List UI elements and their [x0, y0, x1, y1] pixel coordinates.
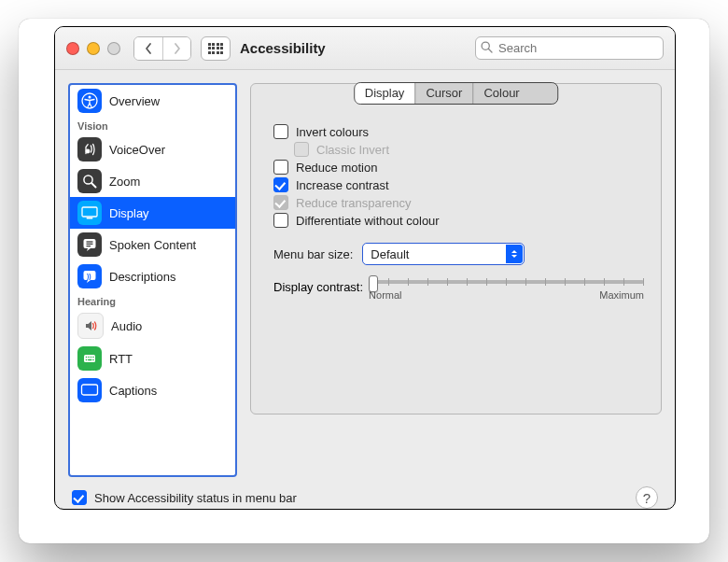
svg-rect-7 [82, 207, 97, 217]
zoom-window-button[interactable] [107, 42, 120, 55]
sidebar-group-hearing: Hearing [70, 292, 235, 309]
classic-invert-checkbox [294, 142, 309, 157]
classic-invert-row: Classic Invert [294, 142, 644, 157]
sidebar-item-audio[interactable]: Audio [70, 309, 235, 343]
increase-contrast-label: Increase contrast [296, 178, 389, 192]
tab-cursor[interactable]: Cursor [414, 83, 472, 104]
svg-point-20 [86, 359, 88, 361]
sidebar-item-spoken-content[interactable]: Spoken Content [70, 229, 235, 260]
display-contrast-slider[interactable]: Normal Maximum [369, 280, 644, 301]
reduce-motion-label: Reduce motion [296, 161, 377, 175]
svg-rect-23 [82, 385, 98, 395]
sidebar-item-label: Overview [109, 94, 160, 108]
svg-line-1 [488, 49, 492, 52]
spoken-content-icon [77, 232, 102, 257]
invert-colours-checkbox[interactable] [273, 124, 288, 139]
svg-point-17 [88, 357, 90, 358]
reduce-transparency-checkbox [273, 195, 288, 210]
forward-button[interactable] [162, 37, 190, 60]
audio-icon [77, 313, 104, 339]
reduce-transparency-row: Reduce transparency [273, 195, 644, 210]
toolbar: Accessibility [55, 27, 675, 70]
svg-point-16 [86, 357, 88, 358]
differentiate-without-colour-label: Differentiate without colour [296, 214, 440, 228]
classic-invert-label: Classic Invert [316, 143, 389, 157]
menu-bar-size-select[interactable]: Default [362, 243, 525, 265]
menu-bar-size-value: Default [371, 247, 409, 261]
search-input[interactable] [475, 36, 664, 60]
window-controls [66, 42, 120, 55]
footer: Show Accessibility status in menu bar ? [55, 477, 675, 509]
voiceover-icon [77, 137, 102, 162]
sidebar-item-zoom[interactable]: Zoom [70, 165, 235, 197]
svg-rect-15 [84, 355, 95, 362]
slider-track [369, 280, 644, 284]
sidebar-item-captions[interactable]: Captions [70, 374, 235, 406]
sidebar-item-label: Descriptions [109, 270, 176, 284]
svg-line-6 [91, 183, 96, 188]
increase-contrast-checkbox[interactable] [273, 177, 288, 192]
svg-point-21 [92, 359, 94, 361]
accessibility-icon [77, 89, 102, 113]
back-button[interactable] [134, 37, 162, 60]
svg-text:)): )) [87, 273, 91, 280]
tab-colour-filters[interactable]: Colour Filters [472, 83, 557, 104]
svg-rect-8 [87, 218, 93, 219]
rtt-icon [77, 346, 102, 371]
show-status-label: Show Accessibility status in menu bar [94, 491, 297, 505]
display-icon [77, 201, 102, 225]
differentiate-without-colour-checkbox[interactable] [273, 213, 288, 228]
sidebar-item-label: Audio [111, 319, 142, 333]
minimize-window-button[interactable] [87, 42, 100, 55]
slider-knob[interactable] [369, 275, 378, 292]
display-contrast-label: Display contrast: [273, 280, 363, 294]
svg-rect-22 [88, 359, 92, 360]
increase-contrast-row[interactable]: Increase contrast [273, 177, 644, 192]
differentiate-without-colour-row[interactable]: Differentiate without colour [273, 213, 644, 228]
sidebar-item-label: Captions [109, 384, 157, 398]
svg-point-18 [91, 357, 92, 358]
invert-colours-row[interactable]: Invert colours [273, 124, 644, 139]
sidebar-item-overview[interactable]: Overview [70, 85, 235, 117]
sidebar-group-vision: Vision [70, 117, 235, 133]
menu-bar-size-row: Menu bar size: Default [273, 243, 644, 265]
sidebar-list[interactable]: Overview Vision VoiceOver Zoom [70, 85, 235, 416]
panel-tabs: Display Cursor Colour Filters [354, 82, 559, 105]
descriptions-icon: )) [77, 264, 102, 288]
window-title: Accessibility [240, 40, 326, 56]
question-mark-icon: ? [643, 490, 651, 506]
sidebar-item-descriptions[interactable]: )) Descriptions [70, 260, 235, 292]
sidebar-item-voiceover[interactable]: VoiceOver [70, 133, 235, 165]
sidebar-item-label: Spoken Content [109, 238, 196, 252]
svg-point-3 [89, 96, 91, 99]
slider-max-label: Maximum [599, 289, 644, 301]
accessibility-prefs-window: Accessibility Overview Vision [54, 26, 676, 510]
reduce-motion-checkbox[interactable] [273, 160, 288, 175]
reduce-transparency-label: Reduce transparency [296, 196, 412, 210]
chevron-left-icon [145, 43, 152, 54]
tab-display[interactable]: Display [355, 83, 415, 104]
sidebar-item-rtt[interactable]: RTT [70, 343, 235, 374]
sidebar-item-display[interactable]: Display [70, 197, 235, 229]
search-field[interactable] [475, 36, 664, 60]
slider-ticks [369, 278, 644, 284]
display-settings-panel: Display Cursor Colour Filters Invert col… [250, 83, 662, 414]
sidebar-item-label: VoiceOver [109, 143, 165, 157]
captions-icon [77, 378, 102, 402]
show-all-button[interactable] [201, 36, 231, 61]
search-icon [481, 41, 493, 53]
close-window-button[interactable] [66, 42, 79, 55]
show-status-checkbox[interactable] [72, 490, 87, 505]
back-forward-buttons [133, 36, 191, 61]
reduce-motion-row[interactable]: Reduce motion [273, 160, 644, 175]
svg-point-19 [92, 357, 94, 358]
grid-icon [208, 43, 224, 54]
sidebar-item-label: Zoom [109, 175, 140, 189]
help-button[interactable]: ? [636, 486, 658, 509]
updown-arrows-icon [506, 245, 523, 263]
zoom-icon [77, 169, 102, 193]
invert-colours-label: Invert colours [296, 125, 369, 139]
sidebar-item-label: RTT [109, 352, 133, 366]
sidebar: Overview Vision VoiceOver Zoom [68, 83, 237, 477]
menu-bar-size-label: Menu bar size: [273, 247, 353, 261]
